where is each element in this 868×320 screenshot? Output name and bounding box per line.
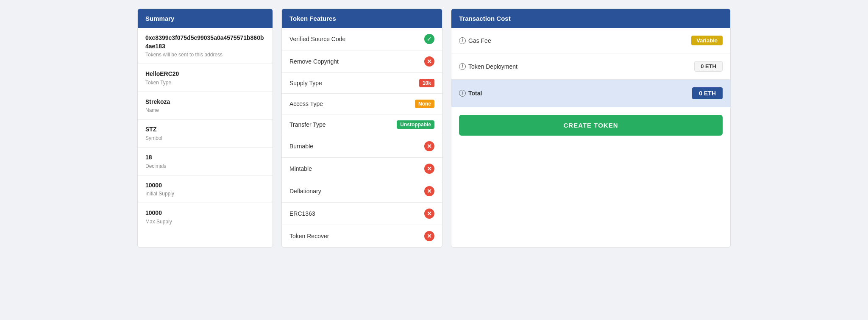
summary-initial-supply-label: Initial Supply bbox=[145, 191, 265, 197]
summary-decimals-value: 18 bbox=[145, 153, 265, 162]
token-features-panel: Token Features Verified Source Code✓Remo… bbox=[281, 8, 442, 248]
token-deployment-label: Token Deployment bbox=[468, 63, 517, 70]
summary-token-type-value: HelloERC20 bbox=[145, 70, 265, 78]
feature-name-3: Access Type bbox=[289, 100, 323, 107]
summary-max-supply-row: 10000 Max Supply bbox=[138, 203, 273, 231]
gas-fee-row: i Gas Fee Variable bbox=[451, 28, 730, 53]
feature-badge-red-2: 10k bbox=[419, 79, 434, 87]
total-label: Total bbox=[468, 90, 482, 97]
feature-row-6: Mintable✕ bbox=[282, 158, 442, 180]
feature-row-4: Transfer TypeUnstoppable bbox=[282, 114, 442, 135]
feature-badge-yellow-3: None bbox=[415, 100, 434, 108]
feature-row-2: Supply Type10k bbox=[282, 73, 442, 94]
feature-row-9: Token Recover✕ bbox=[282, 225, 442, 247]
feature-x-icon-6: ✕ bbox=[424, 164, 434, 174]
gas-fee-label: Gas Fee bbox=[468, 37, 491, 44]
feature-name-2: Supply Type bbox=[289, 80, 322, 86]
feature-name-6: Mintable bbox=[289, 165, 312, 172]
feature-name-7: Deflationary bbox=[289, 188, 321, 195]
summary-panel: Summary 0xc8399c3f075d5c99035a0a4575571b… bbox=[137, 8, 273, 248]
gas-fee-info-icon[interactable]: i bbox=[459, 37, 466, 44]
summary-max-supply-label: Max Supply bbox=[145, 219, 265, 225]
gas-fee-value: Variable bbox=[691, 36, 723, 45]
feature-name-8: ERC1363 bbox=[289, 210, 315, 217]
transaction-cost-header: Transaction Cost bbox=[451, 9, 730, 28]
transaction-cost-title: Transaction Cost bbox=[459, 15, 511, 22]
feature-row-8: ERC1363✕ bbox=[282, 203, 442, 225]
summary-name-label: Name bbox=[145, 107, 265, 113]
summary-name-row: Strekoza Name bbox=[138, 92, 273, 120]
gas-fee-label-group: i Gas Fee bbox=[459, 37, 491, 44]
feature-row-5: Burnable✕ bbox=[282, 135, 442, 158]
total-label-group: i Total bbox=[459, 90, 482, 97]
summary-address-sublabel: Tokens will be sent to this address bbox=[145, 52, 265, 58]
feature-name-1: Remove Copyright bbox=[289, 58, 339, 65]
summary-name-value: Strekoza bbox=[145, 98, 265, 106]
feature-row-1: Remove Copyright✕ bbox=[282, 50, 442, 73]
feature-row-3: Access TypeNone bbox=[282, 94, 442, 114]
feature-x-icon-1: ✕ bbox=[424, 56, 434, 67]
summary-max-supply-value: 10000 bbox=[145, 209, 265, 217]
summary-decimals-label: Decimals bbox=[145, 163, 265, 169]
feature-check-icon-0: ✓ bbox=[424, 34, 434, 44]
total-info-icon[interactable]: i bbox=[459, 90, 466, 97]
features-list: Verified Source Code✓Remove Copyright✕Su… bbox=[282, 28, 442, 247]
summary-header: Summary bbox=[138, 9, 273, 28]
feature-name-5: Burnable bbox=[289, 143, 313, 150]
feature-x-icon-8: ✕ bbox=[424, 209, 434, 219]
total-row: i Total 0 ETH bbox=[451, 80, 730, 107]
total-value: 0 ETH bbox=[692, 87, 723, 99]
token-deployment-info-icon[interactable]: i bbox=[459, 63, 466, 70]
feature-name-4: Transfer Type bbox=[289, 121, 326, 128]
token-features-title: Token Features bbox=[289, 15, 336, 22]
summary-initial-supply-value: 10000 bbox=[145, 181, 265, 190]
summary-token-type-row: HelloERC20 Token Type bbox=[138, 64, 273, 92]
summary-address-row: 0xc8399c3f075d5c99035a0a4575571b860b4ae1… bbox=[138, 28, 273, 64]
feature-name-0: Verified Source Code bbox=[289, 36, 345, 42]
summary-symbol-value: STZ bbox=[145, 125, 265, 134]
summary-initial-supply-row: 10000 Initial Supply bbox=[138, 175, 273, 203]
main-layout: Summary 0xc8399c3f075d5c99035a0a4575571b… bbox=[137, 8, 731, 248]
feature-name-9: Token Recover bbox=[289, 233, 329, 239]
feature-x-icon-5: ✕ bbox=[424, 141, 434, 151]
feature-badge-green-4: Unstoppable bbox=[397, 120, 434, 129]
feature-x-icon-9: ✕ bbox=[424, 231, 434, 241]
feature-x-icon-7: ✕ bbox=[424, 186, 434, 196]
summary-symbol-row: STZ Symbol bbox=[138, 120, 273, 147]
feature-row-0: Verified Source Code✓ bbox=[282, 28, 442, 50]
token-deployment-row: i Token Deployment 0 ETH bbox=[451, 53, 730, 80]
summary-token-type-label: Token Type bbox=[145, 80, 265, 86]
create-token-button[interactable]: CREATE TOKEN bbox=[459, 115, 723, 136]
token-deployment-label-group: i Token Deployment bbox=[459, 63, 517, 70]
summary-title: Summary bbox=[145, 15, 174, 22]
transaction-cost-panel: Transaction Cost i Gas Fee Variable i To… bbox=[451, 8, 731, 248]
summary-symbol-label: Symbol bbox=[145, 135, 265, 141]
summary-decimals-row: 18 Decimals bbox=[138, 147, 273, 175]
summary-address-value: 0xc8399c3f075d5c99035a0a4575571b860b4ae1… bbox=[145, 34, 265, 50]
token-deployment-value: 0 ETH bbox=[694, 61, 723, 72]
token-features-header: Token Features bbox=[282, 9, 442, 28]
feature-row-7: Deflationary✕ bbox=[282, 180, 442, 203]
